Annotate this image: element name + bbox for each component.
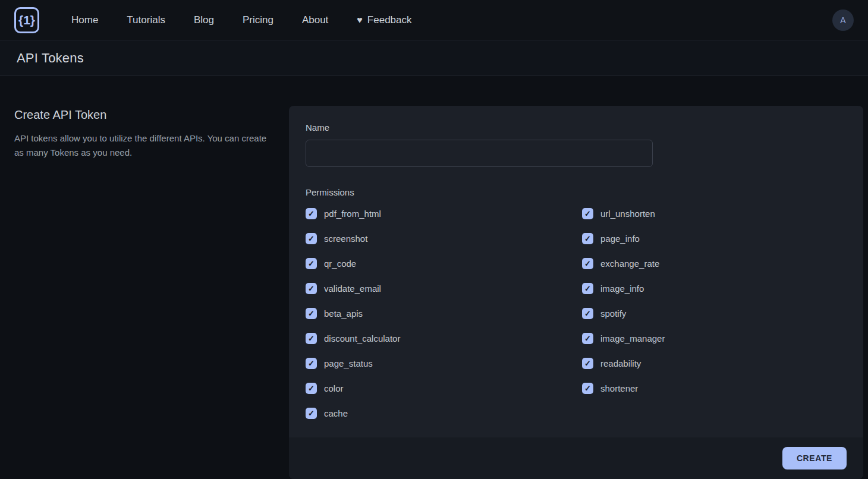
name-label: Name [306,122,847,133]
permissions-column: ✓pdf_from_html✓screenshot✓qr_code✓valida… [306,208,570,419]
permission-item[interactable]: ✓validate_email [306,283,381,294]
nav-item-feedback[interactable]: ♥Feedback [342,10,426,31]
main-content: Create API Token API tokens allow you to… [0,76,868,479]
checkbox-checked-icon[interactable]: ✓ [306,208,317,219]
permission-item[interactable]: ✓pdf_from_html [306,208,381,219]
checkbox-checked-icon[interactable]: ✓ [582,258,593,269]
checkbox-checked-icon[interactable]: ✓ [582,308,593,319]
checkbox-checked-icon[interactable]: ✓ [306,283,317,294]
checkbox-checked-icon[interactable]: ✓ [306,233,317,244]
permission-item[interactable]: ✓qr_code [306,258,356,269]
checkbox-checked-icon[interactable]: ✓ [582,283,593,294]
heart-icon: ♥ [357,15,363,26]
nav-item-label: Tutorials [127,14,165,26]
permission-item[interactable]: ✓screenshot [306,233,367,244]
nav-item-pricing[interactable]: Pricing [228,10,288,31]
permission-item[interactable]: ✓url_unshorten [582,208,655,219]
permission-label: url_unshorten [600,209,655,219]
permission-label: qr_code [324,259,356,269]
create-token-card: Name Permissions ✓pdf_from_html✓screensh… [289,106,863,479]
permission-item[interactable]: ✓exchange_rate [582,258,659,269]
permission-label: spotify [600,308,626,319]
permission-label: image_info [600,283,644,294]
checkbox-checked-icon[interactable]: ✓ [582,333,593,344]
card-footer: CREATE [289,437,863,479]
permission-label: exchange_rate [600,259,659,269]
checkbox-checked-icon[interactable]: ✓ [582,358,593,369]
section-title: Create API Token [14,108,268,122]
page-header: API Tokens [0,40,868,76]
nav-item-label: Home [71,14,98,26]
permission-label: beta_apis [324,308,363,319]
section-description: API tokens allow you to utilize the diff… [14,131,268,160]
checkbox-checked-icon[interactable]: ✓ [306,358,317,369]
nav-item-about[interactable]: About [288,10,342,31]
nav-item-label: Blog [194,14,214,26]
permission-label: discount_calculator [324,333,400,344]
permission-item[interactable]: ✓readability [582,358,641,369]
nav-item-home[interactable]: Home [57,10,112,31]
permissions-grid: ✓pdf_from_html✓screenshot✓qr_code✓valida… [306,208,847,419]
permission-label: shortener [600,383,638,393]
checkbox-checked-icon[interactable]: ✓ [582,208,593,219]
avatar[interactable]: A [832,10,854,31]
nav-item-label: Feedback [367,14,412,26]
name-input[interactable] [306,140,653,167]
permission-item[interactable]: ✓image_info [582,283,644,294]
permission-item[interactable]: ✓page_status [306,358,373,369]
permission-label: validate_email [324,283,381,294]
permission-label: cache [324,408,348,418]
permission-label: pdf_from_html [324,209,381,219]
permission-item[interactable]: ✓cache [306,408,348,419]
navbar: {1} HomeTutorialsBlogPricingAbout♥Feedba… [0,0,868,40]
checkbox-checked-icon[interactable]: ✓ [306,258,317,269]
permission-item[interactable]: ✓color [306,383,344,394]
nav-links: HomeTutorialsBlogPricingAbout♥Feedback [57,10,832,31]
permission-item[interactable]: ✓page_info [582,233,640,244]
nav-item-label: Pricing [243,14,273,26]
card-body: Name Permissions ✓pdf_from_html✓screensh… [289,106,863,437]
permission-label: page_status [324,358,373,368]
checkbox-checked-icon[interactable]: ✓ [306,408,317,419]
checkbox-checked-icon[interactable]: ✓ [582,233,593,244]
permission-item[interactable]: ✓image_manager [582,333,665,344]
permission-label: screenshot [324,234,367,244]
nav-item-blog[interactable]: Blog [180,10,228,31]
nav-item-label: About [302,14,328,26]
app-logo[interactable]: {1} [14,7,39,33]
permission-item[interactable]: ✓spotify [582,308,626,319]
permission-item[interactable]: ✓shortener [582,383,638,394]
checkbox-checked-icon[interactable]: ✓ [306,333,317,344]
intro-section: Create API Token API tokens allow you to… [14,106,289,160]
permission-label: page_info [600,234,640,244]
checkbox-checked-icon[interactable]: ✓ [582,383,593,394]
permissions-column: ✓url_unshorten✓page_info✓exchange_rate✓i… [582,208,847,419]
permission-item[interactable]: ✓discount_calculator [306,333,400,344]
permission-item[interactable]: ✓beta_apis [306,308,363,319]
permissions-label: Permissions [306,187,847,197]
permission-label: image_manager [600,333,665,344]
nav-item-tutorials[interactable]: Tutorials [112,10,180,31]
create-button[interactable]: CREATE [782,447,847,469]
permission-label: readability [600,358,641,368]
permission-label: color [324,383,344,393]
page-title: API Tokens [17,51,84,66]
checkbox-checked-icon[interactable]: ✓ [306,308,317,319]
checkbox-checked-icon[interactable]: ✓ [306,383,317,394]
